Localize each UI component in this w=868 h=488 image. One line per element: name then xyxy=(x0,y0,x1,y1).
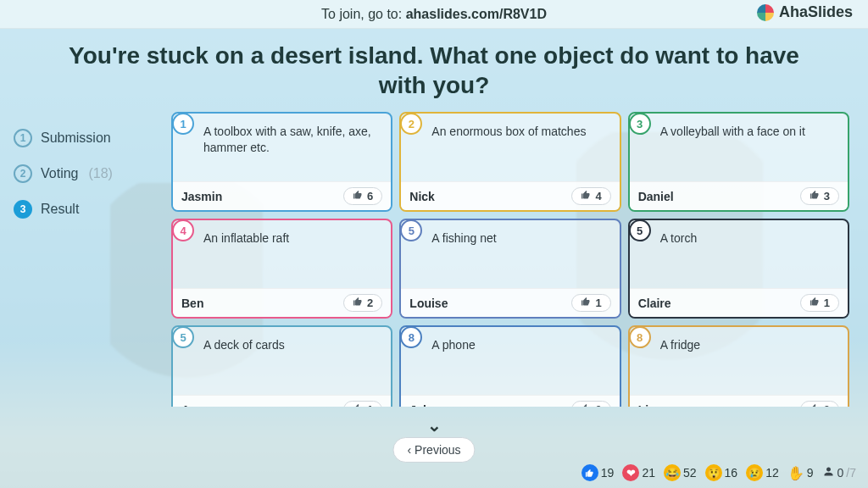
step-number: 1 xyxy=(14,129,32,147)
reactions-bar: 19 ❤ 21 😂 52 😲 16 😢 12 ✋ 9 0/7 xyxy=(581,464,856,481)
vote-count-pill[interactable]: 6 xyxy=(343,187,382,205)
steps-sidebar: 1Submission2Voting(18)3Result xyxy=(8,112,170,488)
reaction-like-count: 19 xyxy=(601,466,615,480)
thumb-up-icon xyxy=(810,297,820,309)
vote-count-pill[interactable]: 3 xyxy=(800,187,839,205)
reaction-wow[interactable]: 😲 16 xyxy=(705,464,738,481)
reaction-hand-count: 9 xyxy=(807,466,814,480)
like-icon xyxy=(581,464,598,481)
thumb-up-icon xyxy=(353,297,363,309)
answer-card[interactable]: 5A torchClaire1 xyxy=(628,219,849,319)
rank-badge: 5 xyxy=(172,326,194,348)
step-number: 2 xyxy=(14,164,32,183)
answer-author: Anna xyxy=(181,403,211,408)
vote-count-pill[interactable]: 0 xyxy=(571,401,610,407)
reaction-wow-count: 16 xyxy=(725,466,738,480)
ahaslides-logo-icon xyxy=(757,4,774,21)
previous-button[interactable]: ‹ Previous xyxy=(392,437,475,463)
answer-text: A deck of cards xyxy=(173,327,391,395)
answer-text: A fridge xyxy=(630,327,848,395)
brand-text: AhaSlides xyxy=(779,3,853,21)
answer-author: Louise xyxy=(409,297,448,310)
answer-author: Liam xyxy=(638,403,666,408)
rank-badge: 8 xyxy=(629,326,651,348)
rank-badge: 4 xyxy=(172,219,194,241)
previous-button-label: Previous xyxy=(415,443,460,457)
answer-card[interactable]: 8A fridgeLiam0 xyxy=(628,325,849,407)
thumb-up-icon xyxy=(353,403,363,407)
vote-count-pill[interactable]: 2 xyxy=(343,294,382,312)
expand-chevron-icon[interactable]: ⌄ xyxy=(427,415,442,435)
answer-card[interactable]: 5A deck of cardsAnna1 xyxy=(171,325,392,407)
rank-badge: 3 xyxy=(629,113,651,135)
vote-count: 1 xyxy=(824,297,830,309)
brand-logo: AhaSlides xyxy=(757,3,853,21)
join-url: ahaslides.com/R8V1D xyxy=(406,7,547,21)
step-label: Voting xyxy=(41,166,78,181)
step-submission[interactable]: 1Submission xyxy=(8,120,170,156)
vote-count: 1 xyxy=(367,403,373,407)
people-active: 0 xyxy=(837,466,844,480)
answer-card[interactable]: 4An inflatable raftBen2 xyxy=(171,219,392,319)
vote-count: 4 xyxy=(595,190,601,202)
reaction-hand[interactable]: ✋ 9 xyxy=(787,465,814,481)
thumb-up-icon xyxy=(353,190,363,202)
answer-author: Jake xyxy=(409,403,436,408)
answer-text: An enormous box of matches xyxy=(401,114,619,181)
vote-count-pill[interactable]: 0 xyxy=(800,401,839,407)
answer-author: Claire xyxy=(638,297,671,310)
step-number: 3 xyxy=(14,200,32,219)
reaction-sad-count: 12 xyxy=(765,466,779,480)
answers-grid: 1A toolbox with a saw, knife, axe, hamme… xyxy=(170,112,851,407)
answer-author: Jasmin xyxy=(181,190,222,203)
question-title: You're stuck on a desert island. What on… xyxy=(0,29,868,107)
wow-icon: 😲 xyxy=(705,464,722,481)
answer-author: Nick xyxy=(409,190,435,203)
answer-text: An inflatable raft xyxy=(173,220,391,288)
heart-icon: ❤ xyxy=(622,464,639,481)
answer-text: A toolbox with a saw, knife, axe, hammer… xyxy=(173,114,391,181)
thumb-up-icon xyxy=(581,297,591,309)
thumb-up-icon xyxy=(810,403,820,407)
people-total: /7 xyxy=(846,466,856,480)
chevron-left-icon: ‹ xyxy=(407,443,411,457)
reaction-sad[interactable]: 😢 12 xyxy=(746,464,779,481)
reaction-heart[interactable]: ❤ 21 xyxy=(622,464,655,481)
reaction-like[interactable]: 19 xyxy=(581,464,615,481)
answer-card[interactable]: 5A fishing netLouise1 xyxy=(399,219,620,319)
answer-text: A volleyball with a face on it xyxy=(630,114,848,181)
participant-count: 0/7 xyxy=(822,465,856,480)
people-icon xyxy=(822,465,835,480)
vote-count-pill[interactable]: 4 xyxy=(571,187,610,205)
vote-count: 2 xyxy=(367,297,373,309)
vote-count: 1 xyxy=(595,297,601,309)
step-label: Submission xyxy=(41,130,111,146)
vote-count: 0 xyxy=(595,403,601,407)
step-voting[interactable]: 2Voting(18) xyxy=(8,156,170,191)
thumb-up-icon xyxy=(581,190,591,202)
vote-count: 0 xyxy=(824,403,830,407)
reaction-laugh-count: 52 xyxy=(683,466,697,480)
answer-card[interactable]: 2An enormous box of matchesNick4 xyxy=(399,112,620,212)
vote-count-pill[interactable]: 1 xyxy=(571,294,610,312)
thumb-up-icon xyxy=(810,190,820,202)
answer-text: A torch xyxy=(630,220,848,288)
rank-badge: 1 xyxy=(172,113,194,135)
answer-author: Ben xyxy=(181,297,203,310)
answer-author: Daniel xyxy=(638,190,674,203)
step-result[interactable]: 3Result xyxy=(8,191,170,227)
vote-count-pill[interactable]: 1 xyxy=(800,294,839,312)
reaction-heart-count: 21 xyxy=(642,466,655,480)
answer-card[interactable]: 8A phoneJake0 xyxy=(399,325,620,407)
join-prefix: To join, go to: xyxy=(321,7,406,21)
step-label: Result xyxy=(41,202,79,217)
answer-card[interactable]: 3A volleyball with a face on itDaniel3 xyxy=(628,112,849,212)
answer-text: A fishing net xyxy=(401,220,619,288)
thumb-up-icon xyxy=(581,403,591,407)
sad-icon: 😢 xyxy=(746,464,763,481)
reaction-laugh[interactable]: 😂 52 xyxy=(664,464,697,481)
answer-card[interactable]: 1A toolbox with a saw, knife, axe, hamme… xyxy=(171,112,392,212)
join-bar: To join, go to: ahaslides.com/R8V1D AhaS… xyxy=(0,0,868,29)
vote-count: 6 xyxy=(367,190,373,202)
vote-count-pill[interactable]: 1 xyxy=(343,401,382,407)
